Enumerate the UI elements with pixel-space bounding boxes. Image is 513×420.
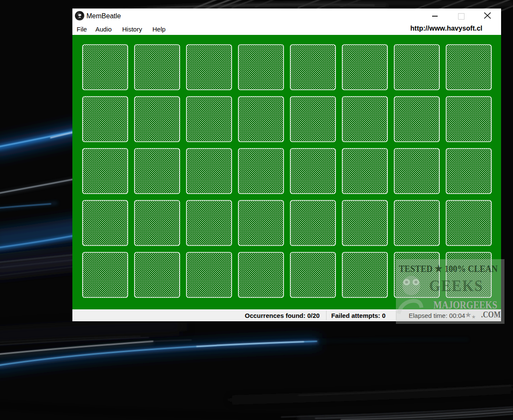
svg-text:★: ★	[465, 311, 471, 318]
svg-text:GEEKS: GEEKS	[429, 277, 483, 294]
svg-text:.COM: .COM	[481, 309, 501, 320]
svg-text:★: ★	[472, 314, 476, 319]
svg-text:TESTED ★ 100% CLEAN: TESTED ★ 100% CLEAN	[399, 263, 498, 274]
